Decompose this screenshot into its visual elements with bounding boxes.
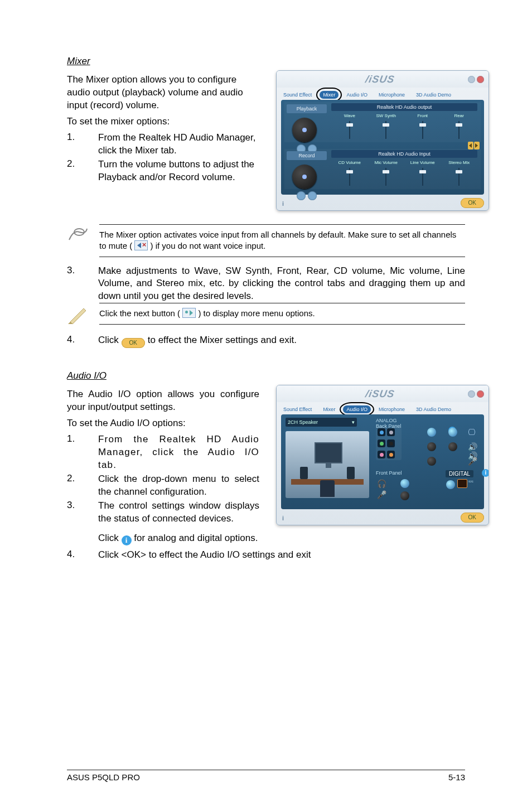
panel-info-icon[interactable]: i bbox=[282, 200, 284, 207]
jack-mic[interactable] bbox=[378, 451, 385, 458]
playback-sliders: Wave SW Synth Front Rear bbox=[331, 112, 477, 141]
tab-sound-effect[interactable]: Sound Effect bbox=[280, 91, 315, 99]
list-text: Click OK to effect the Mixer settings an… bbox=[98, 334, 465, 348]
monitor-icon: 🖵 bbox=[468, 428, 483, 439]
jack-line-in[interactable] bbox=[378, 428, 385, 436]
jack-line-out[interactable] bbox=[378, 439, 385, 447]
list-number: 3. bbox=[67, 265, 83, 303]
slider-front[interactable]: Front bbox=[404, 112, 441, 141]
led-icon bbox=[427, 457, 436, 466]
tab-audio-io[interactable]: Audio I/O bbox=[343, 405, 371, 413]
slider-stereomix[interactable]: Stereo Mix bbox=[441, 159, 478, 188]
tab-3d-demo[interactable]: 3D Audio Demo bbox=[413, 91, 454, 99]
audioio-heading: Audio I/O bbox=[67, 370, 465, 381]
tab-mixer[interactable]: Mixer bbox=[320, 405, 338, 413]
panel-info-icon[interactable]: i bbox=[282, 515, 284, 521]
mixer-step-1: 1. From the Realtek HD Audio Manager, cl… bbox=[67, 132, 259, 157]
note-text-b: ) to display more menu options. bbox=[198, 308, 315, 318]
list-number: 3. bbox=[67, 500, 83, 525]
slider-swsynth[interactable]: SW Synth bbox=[368, 112, 405, 141]
mic-jack-icon: 🎤 bbox=[468, 457, 483, 468]
led-icon bbox=[400, 479, 409, 488]
led-icon bbox=[400, 491, 409, 500]
info-icon: i bbox=[122, 535, 132, 545]
tab-audio-io[interactable]: Audio I/O bbox=[343, 91, 371, 99]
mixer-intro: The Mixer option allows you to configure… bbox=[67, 74, 259, 112]
mixer-step-2: 2. Turn the volume buttons to adjust the… bbox=[67, 158, 259, 184]
headphone-icon: 🎧 bbox=[377, 479, 386, 488]
slider-wave[interactable]: Wave bbox=[331, 112, 368, 141]
panel-ok-button[interactable]: OK bbox=[461, 198, 484, 208]
jack-side[interactable] bbox=[387, 428, 395, 436]
speaker-icon: 🔊🔊 bbox=[468, 442, 483, 453]
list-text: Click <OK> to effect the Audio I/O setti… bbox=[98, 549, 465, 562]
window-controls[interactable] bbox=[468, 76, 484, 83]
status-leds-2 bbox=[448, 428, 457, 451]
mixer-panel-screenshot: /iSUS Sound Effect Mixer Audio I/O Micro… bbox=[276, 70, 489, 211]
led-icon bbox=[446, 480, 455, 489]
mixer-note-1: The Mixer option activates voice input f… bbox=[67, 224, 465, 257]
record-volume-knob[interactable] bbox=[292, 165, 317, 189]
footer-product: ASUS P5QLD PRO bbox=[67, 772, 140, 782]
audioio-step-1: 1. From the Realtek HD Audio Manager, cl… bbox=[67, 433, 259, 472]
audioio-step-2: 2. Click the drop-down menu to select th… bbox=[67, 473, 259, 499]
digital-label: DIGITAL bbox=[446, 470, 473, 477]
jack-rear[interactable] bbox=[387, 439, 395, 447]
list-text: The control settings window displays the… bbox=[98, 500, 259, 525]
optical-out-icon bbox=[457, 479, 467, 488]
list-number-empty bbox=[67, 532, 83, 545]
record-opt-btn[interactable] bbox=[308, 191, 317, 200]
record-mute-btn[interactable] bbox=[297, 191, 306, 200]
led-icon bbox=[427, 428, 436, 437]
led-icon bbox=[427, 442, 436, 451]
prev-sliders-btn[interactable] bbox=[468, 142, 473, 149]
tab-bar: Sound Effect Mixer Audio I/O Microphone … bbox=[277, 402, 489, 413]
tab-sound-effect[interactable]: Sound Effect bbox=[280, 405, 315, 413]
input-device-header[interactable]: Realtek HD Audio Input bbox=[331, 150, 477, 158]
status-leds-1 bbox=[427, 428, 436, 466]
window-controls[interactable] bbox=[468, 390, 484, 398]
next-sliders-btn[interactable] bbox=[474, 142, 480, 149]
list-number: 2. bbox=[67, 473, 83, 499]
playback-volume-knob[interactable] bbox=[292, 118, 317, 142]
slider-rear[interactable]: Rear bbox=[441, 112, 478, 141]
optical-lines-icon: ≈≈ bbox=[468, 479, 473, 484]
audioio-step-3: 3. The control settings window displays … bbox=[67, 500, 259, 525]
panel-ok-button[interactable]: OK bbox=[461, 513, 484, 523]
audioio-setline: To set the Audio I/O options: bbox=[67, 417, 259, 430]
channel-config-select[interactable]: 2CH Speaker bbox=[286, 418, 357, 427]
mixer-note-2: Click the next button ( ) to display mor… bbox=[67, 303, 465, 325]
back-panel-jacks-left bbox=[376, 427, 402, 460]
list-number: 4. bbox=[67, 549, 83, 562]
microphone-icon: 🎤 bbox=[377, 490, 386, 499]
list-text: From the Realtek HD Audio Manager, click… bbox=[98, 433, 259, 472]
front-panel-label: Front Panel bbox=[376, 470, 402, 476]
audioio-panel-screenshot: /iSUS Sound Effect Mixer Audio I/O Micro… bbox=[276, 385, 489, 525]
record-label: Record bbox=[287, 151, 327, 160]
tab-microphone[interactable]: Microphone bbox=[375, 91, 408, 99]
pencil-icon bbox=[67, 303, 89, 325]
asus-logo: /iSUS bbox=[291, 388, 469, 400]
ok-button-inline: OK bbox=[122, 338, 145, 348]
audioio-intro: The Audio I/O option allows you configur… bbox=[67, 388, 259, 414]
tab-mixer[interactable]: Mixer bbox=[320, 91, 338, 99]
led-icon bbox=[448, 428, 457, 437]
tab-microphone[interactable]: Microphone bbox=[375, 405, 408, 413]
list-text: From the Realtek HD Audio Manager, click… bbox=[98, 132, 259, 157]
slider-cd[interactable]: CD Volume bbox=[331, 159, 368, 188]
playback-label: Playback bbox=[287, 104, 327, 113]
slider-line[interactable]: Line Volume bbox=[404, 159, 441, 188]
tab-3d-demo[interactable]: 3D Audio Demo bbox=[413, 405, 454, 413]
digital-info-button[interactable]: i bbox=[482, 469, 489, 477]
mixer-setline: To set the mixer options: bbox=[67, 115, 259, 128]
output-device-header[interactable]: Realtek HD Audio output bbox=[331, 103, 477, 111]
page-footer: ASUS P5QLD PRO 5-13 bbox=[67, 770, 465, 782]
list-text: Click i for analog and digital options. bbox=[98, 532, 465, 545]
slider-mic[interactable]: Mic Volume bbox=[368, 159, 405, 188]
next-button-icon bbox=[182, 308, 196, 318]
audioio-step-4: 4. Click <OK> to effect the Audio I/O se… bbox=[67, 549, 465, 562]
jack-cen-sub[interactable] bbox=[387, 451, 395, 458]
note-text-a: Click the next button ( bbox=[99, 308, 180, 318]
list-number: 4. bbox=[67, 334, 83, 348]
mixer-step-4: 4. Click OK to effect the Mixer settings… bbox=[67, 334, 465, 348]
